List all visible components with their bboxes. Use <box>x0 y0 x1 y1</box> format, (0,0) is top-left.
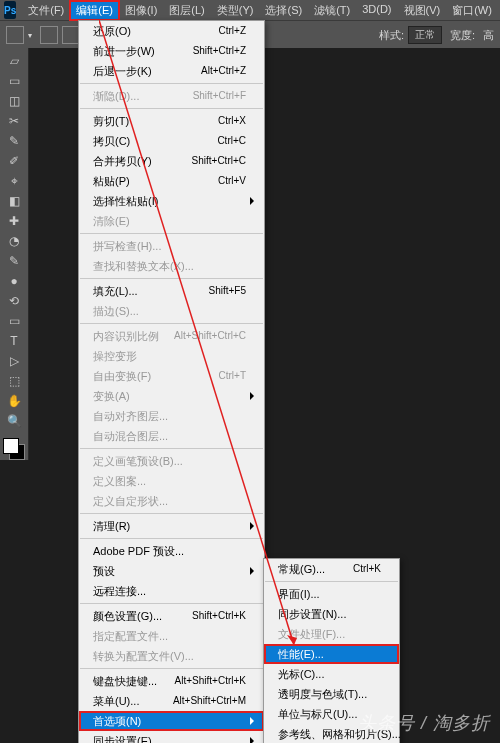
menu-item: 操控变形 <box>79 346 264 366</box>
shortcut: Alt+Shift+Ctrl+C <box>160 328 246 344</box>
menu-item-label: 拷贝(C) <box>93 133 130 149</box>
menu-item-label: 清理(R) <box>93 518 130 534</box>
menu-item[interactable]: 常规(G)...Ctrl+K <box>264 559 399 579</box>
tool-12[interactable]: ⟲ <box>3 292 25 310</box>
menu-item[interactable]: 选择性粘贴(I) <box>79 191 264 211</box>
menu-item-label: 常规(G)... <box>278 561 325 577</box>
menu-item[interactable]: 还原(O)Ctrl+Z <box>79 21 264 41</box>
menu-item-label: 单位与标尺(U)... <box>278 706 357 722</box>
tool-4[interactable]: ✎ <box>3 132 25 150</box>
shortcut: Ctrl+X <box>204 113 246 129</box>
menu-item: 定义图案... <box>79 471 264 491</box>
menu-item: 渐隐(D)...Shift+Ctrl+F <box>79 86 264 106</box>
menu-item[interactable]: 颜色设置(G)...Shift+Ctrl+K <box>79 606 264 626</box>
menu-item[interactable]: 预设 <box>79 561 264 581</box>
menu-item[interactable]: 前进一步(W)Shift+Ctrl+Z <box>79 41 264 61</box>
menu-item[interactable]: 填充(L)...Shift+F5 <box>79 281 264 301</box>
mode-icon[interactable] <box>40 26 58 44</box>
menu-item-label: 剪切(T) <box>93 113 129 129</box>
shortcut: Alt+Ctrl+Z <box>187 63 246 79</box>
menu-item-label: 查找和替换文本(X)... <box>93 258 194 274</box>
menu-6[interactable]: 滤镜(T) <box>308 1 356 20</box>
menu-item-label: 粘贴(P) <box>93 173 130 189</box>
tool-8[interactable]: ✚ <box>3 212 25 230</box>
menu-item: 定义自定形状... <box>79 491 264 511</box>
tool-18[interactable]: 🔍 <box>3 412 25 430</box>
menu-item[interactable]: 剪切(T)Ctrl+X <box>79 111 264 131</box>
menu-item[interactable]: 同步设置(N)... <box>264 604 399 624</box>
menu-item: 自由变换(F)Ctrl+T <box>79 366 264 386</box>
menu-item[interactable]: 参考线、网格和切片(S)... <box>264 724 399 743</box>
tool-17[interactable]: ✋ <box>3 392 25 410</box>
menu-item-label: 还原(O) <box>93 23 131 39</box>
tool-11[interactable]: ● <box>3 272 25 290</box>
tool-5[interactable]: ✐ <box>3 152 25 170</box>
menu-item[interactable]: 粘贴(P)Ctrl+V <box>79 171 264 191</box>
menu-item-label: 同步设置(N)... <box>278 606 346 622</box>
menu-2[interactable]: 图像(I) <box>119 1 163 20</box>
menu-item: 清除(E) <box>79 211 264 231</box>
menu-item[interactable]: 菜单(U)...Alt+Shift+Ctrl+M <box>79 691 264 711</box>
menu-item[interactable]: 性能(E)... <box>264 644 399 664</box>
chevron-down-icon[interactable]: ▾ <box>28 31 32 40</box>
menu-item[interactable]: 透明度与色域(T)... <box>264 684 399 704</box>
menu-item: 查找和替换文本(X)... <box>79 256 264 276</box>
menu-item-label: 菜单(U)... <box>93 693 139 709</box>
menu-item[interactable]: 清理(R) <box>79 516 264 536</box>
menu-item[interactable]: 首选项(N) <box>79 711 264 731</box>
style-label: 样式: <box>379 28 404 43</box>
color-swatch[interactable] <box>3 438 25 460</box>
menu-item[interactable]: 键盘快捷键...Alt+Shift+Ctrl+K <box>79 671 264 691</box>
width-label: 宽度: <box>450 28 475 43</box>
menu-item: 描边(S)... <box>79 301 264 321</box>
menu-item-label: 远程连接... <box>93 583 146 599</box>
tool-0[interactable]: ▱ <box>3 52 25 70</box>
style-select[interactable]: 正常 <box>408 26 442 44</box>
menu-item-label: 定义画笔预设(B)... <box>93 453 183 469</box>
shortcut: Ctrl+V <box>204 173 246 189</box>
tool-7[interactable]: ◧ <box>3 192 25 210</box>
menu-0[interactable]: 文件(F) <box>22 1 70 20</box>
menu-item: 转换为配置文件(V)... <box>79 646 264 666</box>
tool-6[interactable]: ⌖ <box>3 172 25 190</box>
menu-4[interactable]: 类型(Y) <box>211 1 260 20</box>
menu-item-label: 首选项(N) <box>93 713 141 729</box>
tool-1[interactable]: ▭ <box>3 72 25 90</box>
menu-item[interactable]: 合并拷贝(Y)Shift+Ctrl+C <box>79 151 264 171</box>
menu-8[interactable]: 视图(V) <box>398 1 447 20</box>
tool-10[interactable]: ✎ <box>3 252 25 270</box>
tool-15[interactable]: ▷ <box>3 352 25 370</box>
menu-5[interactable]: 选择(S) <box>259 1 308 20</box>
tool-13[interactable]: ▭ <box>3 312 25 330</box>
menu-item-label: 文件处理(F)... <box>278 626 345 642</box>
menu-item-label: 转换为配置文件(V)... <box>93 648 194 664</box>
menu-item[interactable]: 光标(C)... <box>264 664 399 684</box>
menu-7[interactable]: 3D(D) <box>356 1 397 20</box>
menu-9[interactable]: 窗口(W) <box>446 1 498 20</box>
tool-16[interactable]: ⬚ <box>3 372 25 390</box>
tools-panel: ▱▭◫✂✎✐⌖◧✚◔✎●⟲▭T▷⬚✋🔍 <box>0 48 29 460</box>
menu-3[interactable]: 图层(L) <box>163 1 210 20</box>
menu-item[interactable]: 界面(I)... <box>264 584 399 604</box>
menu-item[interactable]: 单位与标尺(U)... <box>264 704 399 724</box>
shortcut: Alt+Shift+Ctrl+M <box>159 693 246 709</box>
menu-item-label: Adobe PDF 预设... <box>93 543 184 559</box>
menu-item[interactable]: 拷贝(C)Ctrl+C <box>79 131 264 151</box>
menu-item-label: 选择性粘贴(I) <box>93 193 158 209</box>
menu-item: 自动混合图层... <box>79 426 264 446</box>
tool-14[interactable]: T <box>3 332 25 350</box>
menu-item[interactable]: 远程连接... <box>79 581 264 601</box>
menu-item-label: 指定配置文件... <box>93 628 168 644</box>
tool-3[interactable]: ✂ <box>3 112 25 130</box>
menu-item-label: 预设 <box>93 563 115 579</box>
menu-item-label: 渐隐(D)... <box>93 88 139 104</box>
shortcut: Shift+F5 <box>194 283 246 299</box>
menu-1[interactable]: 编辑(E) <box>70 1 119 20</box>
menu-item[interactable]: Adobe PDF 预设... <box>79 541 264 561</box>
shortcut: Ctrl+Z <box>205 23 247 39</box>
menu-item-label: 透明度与色域(T)... <box>278 686 367 702</box>
menu-item[interactable]: 后退一步(K)Alt+Ctrl+Z <box>79 61 264 81</box>
tool-9[interactable]: ◔ <box>3 232 25 250</box>
tool-2[interactable]: ◫ <box>3 92 25 110</box>
menu-item[interactable]: 同步设置(E) <box>79 731 264 743</box>
